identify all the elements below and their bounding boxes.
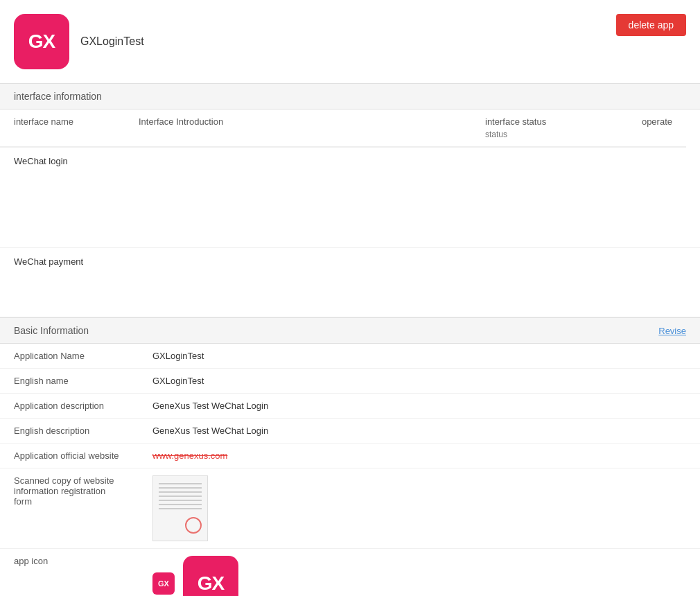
field-label-english-description: English description (0, 419, 139, 444)
field-label-app-description: Application description (0, 394, 139, 419)
row-intro-wechat-payment: Obtain WeChat payment ability Details (686, 248, 700, 317)
row-name-wechat-payment: WeChat payment (0, 248, 686, 317)
field-value-app-description: GeneXus Test WeChat Login (139, 394, 700, 419)
app-header-left: GX GXLoginTest (14, 14, 144, 69)
field-label-official-website: Application official website (0, 444, 139, 468)
basic-section-title: Basic Information (14, 325, 89, 336)
table-row: WeChat login Log in to the app or websit… (0, 148, 700, 248)
table-row: English description GeneXus Test WeChat … (0, 419, 700, 444)
table-row: app icon GX GX (0, 549, 700, 597)
interface-section-title: interface information (14, 91, 102, 102)
table-row: Scanned copy of website information regi… (0, 468, 700, 549)
revise-link[interactable]: Revise (658, 326, 686, 336)
row-intro-wechat-login: Log in to the app or website with a WeCh… (686, 148, 700, 248)
field-value-english-name: GXLoginTest (139, 369, 700, 394)
table-row: WeChat payment Obtain WeChat payment abi… (0, 248, 700, 317)
app-name-label: GXLoginTest (80, 35, 144, 48)
table-row: Application description GeneXus Test WeC… (0, 394, 700, 419)
document-stamp (185, 517, 202, 534)
field-label-app-name: Application Name (0, 344, 139, 369)
interface-table: interface name Interface Introduction in… (0, 109, 700, 317)
col-header-intro: Interface Introduction (125, 109, 471, 147)
app-icon-large: GX (183, 556, 238, 596)
delete-app-button[interactable]: delete app (616, 14, 686, 36)
table-row: Application official website www.genexus… (0, 444, 700, 468)
field-value-english-description: GeneXus Test WeChat Login (139, 419, 700, 444)
field-label-scanned-copy: Scanned copy of website information regi… (0, 468, 139, 549)
app-icons-container: GX GX (152, 556, 686, 596)
field-value-app-name: GXLoginTest (139, 344, 700, 369)
scanned-document-image (152, 475, 208, 541)
basic-info-table: Application Name GXLoginTest English nam… (0, 344, 700, 596)
table-row: English name GXLoginTest (0, 369, 700, 394)
table-row: Application Name GXLoginTest (0, 344, 700, 369)
field-label-app-icon: app icon (0, 549, 139, 597)
field-value-official-website: www.genexus.com (139, 444, 700, 468)
field-value-app-icon: GX GX (139, 549, 700, 597)
field-value-scanned-copy (139, 468, 700, 549)
row-name-wechat-login: WeChat login (0, 148, 686, 248)
app-icon-small: GX (152, 572, 175, 595)
field-label-english-name: English name (0, 369, 139, 394)
col-header-status: interface status status (471, 109, 582, 147)
website-link[interactable]: www.genexus.com (152, 450, 227, 461)
interface-label: interface status (485, 116, 568, 127)
app-logo: GX (14, 14, 69, 69)
col-header-operate: operate (582, 109, 686, 147)
basic-section-header: Basic Information Revise (0, 317, 700, 344)
col-header-name: interface name (0, 109, 125, 147)
app-header: GX GXLoginTest delete app (0, 0, 700, 83)
interface-section-header: interface information (0, 83, 700, 109)
